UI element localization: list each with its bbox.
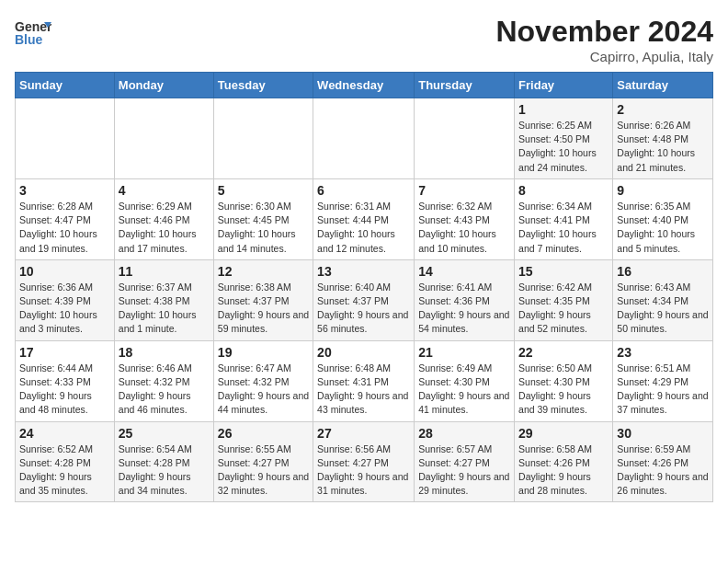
calendar-cell: 10Sunrise: 6:36 AM Sunset: 4:39 PM Dayli…: [16, 259, 115, 340]
day-number: 30: [617, 426, 709, 441]
calendar-cell: [313, 98, 415, 179]
day-info: Sunrise: 6:32 AM Sunset: 4:43 PM Dayligh…: [418, 200, 510, 256]
day-info: Sunrise: 6:54 AM Sunset: 4:28 PM Dayligh…: [119, 442, 210, 499]
calendar-body: 1Sunrise: 6:25 AM Sunset: 4:50 PM Daylig…: [16, 98, 713, 502]
day-number: 19: [218, 345, 309, 360]
day-number: 28: [418, 426, 510, 441]
calendar-cell: 21Sunrise: 6:49 AM Sunset: 4:30 PM Dayli…: [415, 340, 515, 421]
day-number: 23: [617, 345, 709, 360]
logo-icon: General Blue: [15, 15, 51, 52]
calendar-cell: [415, 98, 515, 179]
day-number: 29: [518, 426, 609, 441]
day-info: Sunrise: 6:48 AM Sunset: 4:31 PM Dayligh…: [317, 362, 410, 418]
calendar-cell: 14Sunrise: 6:41 AM Sunset: 4:36 PM Dayli…: [415, 259, 515, 340]
calendar-cell: 7Sunrise: 6:32 AM Sunset: 4:43 PM Daylig…: [415, 178, 515, 259]
day-number: 2: [617, 102, 709, 117]
day-number: 26: [218, 426, 309, 441]
day-info: Sunrise: 6:59 AM Sunset: 4:26 PM Dayligh…: [617, 442, 709, 499]
day-info: Sunrise: 6:50 AM Sunset: 4:30 PM Dayligh…: [518, 362, 609, 418]
calendar-cell: 2Sunrise: 6:26 AM Sunset: 4:48 PM Daylig…: [613, 98, 713, 179]
day-header-wednesday: Wednesday: [313, 73, 415, 98]
day-number: 8: [518, 183, 609, 198]
day-header-sunday: Sunday: [16, 73, 115, 98]
day-info: Sunrise: 6:51 AM Sunset: 4:29 PM Dayligh…: [617, 362, 709, 418]
calendar-table: SundayMondayTuesdayWednesdayThursdayFrid…: [15, 72, 713, 502]
day-number: 5: [218, 183, 309, 198]
day-number: 1: [518, 102, 609, 117]
day-info: Sunrise: 6:56 AM Sunset: 4:27 PM Dayligh…: [317, 442, 410, 499]
day-number: 22: [518, 345, 609, 360]
day-info: Sunrise: 6:28 AM Sunset: 4:47 PM Dayligh…: [19, 200, 110, 256]
calendar-cell: 18Sunrise: 6:46 AM Sunset: 4:32 PM Dayli…: [114, 340, 213, 421]
day-number: 17: [19, 345, 110, 360]
day-info: Sunrise: 6:41 AM Sunset: 4:36 PM Dayligh…: [418, 281, 510, 337]
day-number: 15: [518, 264, 609, 279]
day-number: 27: [317, 426, 410, 441]
day-info: Sunrise: 6:52 AM Sunset: 4:28 PM Dayligh…: [19, 442, 110, 499]
day-info: Sunrise: 6:46 AM Sunset: 4:32 PM Dayligh…: [119, 362, 210, 418]
calendar-cell: [16, 98, 115, 179]
day-number: 12: [218, 264, 309, 279]
calendar-cell: 16Sunrise: 6:43 AM Sunset: 4:34 PM Dayli…: [613, 259, 713, 340]
day-number: 16: [617, 264, 709, 279]
day-info: Sunrise: 6:58 AM Sunset: 4:26 PM Dayligh…: [518, 442, 609, 499]
calendar-week-3: 10Sunrise: 6:36 AM Sunset: 4:39 PM Dayli…: [16, 259, 713, 340]
day-info: Sunrise: 6:34 AM Sunset: 4:41 PM Dayligh…: [518, 200, 609, 256]
calendar-cell: 29Sunrise: 6:58 AM Sunset: 4:26 PM Dayli…: [515, 421, 613, 502]
day-number: 14: [418, 264, 510, 279]
calendar-cell: 5Sunrise: 6:30 AM Sunset: 4:45 PM Daylig…: [213, 178, 313, 259]
day-header-tuesday: Tuesday: [213, 73, 313, 98]
day-info: Sunrise: 6:47 AM Sunset: 4:32 PM Dayligh…: [218, 362, 309, 418]
calendar-cell: 4Sunrise: 6:29 AM Sunset: 4:46 PM Daylig…: [114, 178, 213, 259]
location: Capirro, Apulia, Italy: [495, 49, 713, 64]
day-number: 13: [317, 264, 410, 279]
calendar-week-2: 3Sunrise: 6:28 AM Sunset: 4:47 PM Daylig…: [16, 178, 713, 259]
day-info: Sunrise: 6:30 AM Sunset: 4:45 PM Dayligh…: [218, 200, 309, 256]
calendar-cell: 24Sunrise: 6:52 AM Sunset: 4:28 PM Dayli…: [16, 421, 115, 502]
svg-text:Blue: Blue: [15, 32, 43, 47]
day-info: Sunrise: 6:49 AM Sunset: 4:30 PM Dayligh…: [418, 362, 510, 418]
day-info: Sunrise: 6:44 AM Sunset: 4:33 PM Dayligh…: [19, 362, 110, 418]
calendar-cell: [114, 98, 213, 179]
day-number: 24: [19, 426, 110, 441]
day-number: 9: [617, 183, 709, 198]
day-number: 11: [119, 264, 210, 279]
calendar-cell: 30Sunrise: 6:59 AM Sunset: 4:26 PM Dayli…: [613, 421, 713, 502]
calendar-week-5: 24Sunrise: 6:52 AM Sunset: 4:28 PM Dayli…: [16, 421, 713, 502]
calendar-cell: 26Sunrise: 6:55 AM Sunset: 4:27 PM Dayli…: [213, 421, 313, 502]
day-number: 4: [119, 183, 210, 198]
day-header-monday: Monday: [114, 73, 213, 98]
calendar-week-1: 1Sunrise: 6:25 AM Sunset: 4:50 PM Daylig…: [16, 98, 713, 179]
day-info: Sunrise: 6:37 AM Sunset: 4:38 PM Dayligh…: [119, 281, 210, 337]
day-info: Sunrise: 6:35 AM Sunset: 4:40 PM Dayligh…: [617, 200, 709, 256]
calendar-cell: 12Sunrise: 6:38 AM Sunset: 4:37 PM Dayli…: [213, 259, 313, 340]
calendar-cell: 27Sunrise: 6:56 AM Sunset: 4:27 PM Dayli…: [313, 421, 415, 502]
day-number: 18: [119, 345, 210, 360]
day-info: Sunrise: 6:31 AM Sunset: 4:44 PM Dayligh…: [317, 200, 410, 256]
calendar-cell: 8Sunrise: 6:34 AM Sunset: 4:41 PM Daylig…: [515, 178, 613, 259]
day-number: 7: [418, 183, 510, 198]
day-header-friday: Friday: [515, 73, 613, 98]
calendar-cell: 19Sunrise: 6:47 AM Sunset: 4:32 PM Dayli…: [213, 340, 313, 421]
day-header-saturday: Saturday: [613, 73, 713, 98]
calendar-header-row: SundayMondayTuesdayWednesdayThursdayFrid…: [16, 73, 713, 98]
day-number: 3: [19, 183, 110, 198]
calendar-cell: 15Sunrise: 6:42 AM Sunset: 4:35 PM Dayli…: [515, 259, 613, 340]
day-info: Sunrise: 6:43 AM Sunset: 4:34 PM Dayligh…: [617, 281, 709, 337]
month-title: November 2024: [495, 15, 713, 49]
calendar-cell: 28Sunrise: 6:57 AM Sunset: 4:27 PM Dayli…: [415, 421, 515, 502]
day-info: Sunrise: 6:36 AM Sunset: 4:39 PM Dayligh…: [19, 281, 110, 337]
calendar-cell: 17Sunrise: 6:44 AM Sunset: 4:33 PM Dayli…: [16, 340, 115, 421]
calendar-cell: 3Sunrise: 6:28 AM Sunset: 4:47 PM Daylig…: [16, 178, 115, 259]
calendar-cell: 6Sunrise: 6:31 AM Sunset: 4:44 PM Daylig…: [313, 178, 415, 259]
calendar-cell: 13Sunrise: 6:40 AM Sunset: 4:37 PM Dayli…: [313, 259, 415, 340]
calendar-cell: 20Sunrise: 6:48 AM Sunset: 4:31 PM Dayli…: [313, 340, 415, 421]
calendar-cell: [213, 98, 313, 179]
day-info: Sunrise: 6:40 AM Sunset: 4:37 PM Dayligh…: [317, 281, 410, 337]
logo: General Blue: [15, 15, 55, 52]
calendar-cell: 9Sunrise: 6:35 AM Sunset: 4:40 PM Daylig…: [613, 178, 713, 259]
calendar-cell: 11Sunrise: 6:37 AM Sunset: 4:38 PM Dayli…: [114, 259, 213, 340]
calendar-cell: 23Sunrise: 6:51 AM Sunset: 4:29 PM Dayli…: [613, 340, 713, 421]
day-info: Sunrise: 6:38 AM Sunset: 4:37 PM Dayligh…: [218, 281, 309, 337]
day-header-thursday: Thursday: [415, 73, 515, 98]
